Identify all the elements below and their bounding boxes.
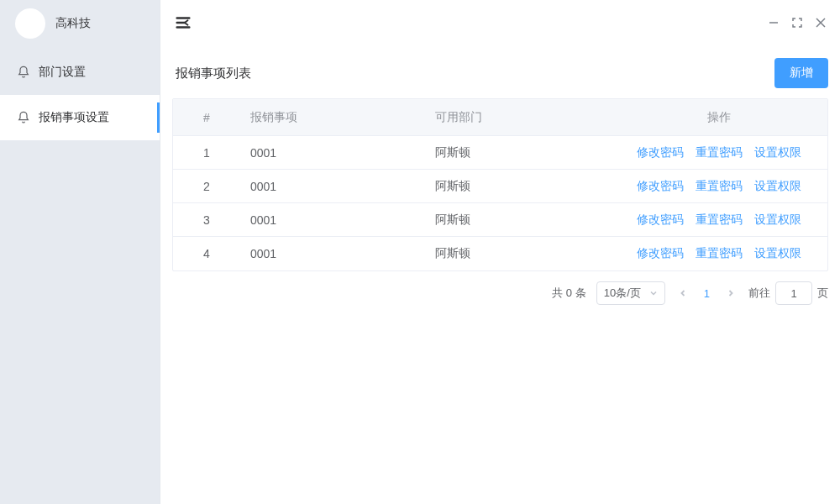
table-row: 30001阿斯顿修改密码重置密码设置权限 [173,203,827,237]
cell-name: 0001 [240,146,425,160]
jump-suffix: 页 [817,286,828,301]
cell-index: 3 [173,213,240,227]
action-reset-password[interactable]: 重置密码 [696,213,743,228]
action-set-permission[interactable]: 设置权限 [754,213,801,228]
content: 报销事项列表 新增 # 报销事项 可用部门 操作 10001阿斯顿修改密码重置密… [160,46,840,504]
action-modify-password[interactable]: 修改密码 [637,179,684,194]
cell-dept: 阿斯顿 [425,145,610,160]
col-name: 报销事项 [240,110,425,125]
action-set-permission[interactable]: 设置权限 [754,145,801,160]
add-button[interactable]: 新增 [774,58,828,88]
sidebar-item-label: 部门设置 [39,65,86,80]
brand-name: 高科技 [55,16,91,31]
minimize-icon[interactable] [768,17,780,29]
pager: 1 [675,286,738,302]
table-row: 10001阿斯顿修改密码重置密码设置权限 [173,136,827,170]
cell-dept: 阿斯顿 [425,213,610,228]
table-row: 20001阿斯顿修改密码重置密码设置权限 [173,170,827,203]
col-index: # [173,111,240,124]
action-modify-password[interactable]: 修改密码 [637,145,684,160]
maximize-icon[interactable] [791,17,803,29]
bell-icon [17,111,30,124]
sidebar-item-reimburse[interactable]: 报销事项设置 [0,95,160,140]
cell-index: 4 [173,247,240,260]
cell-index: 2 [173,180,240,193]
sidebar-nav: 部门设置 报销事项设置 [0,46,160,140]
table: # 报销事项 可用部门 操作 10001阿斯顿修改密码重置密码设置权限20001… [172,98,828,271]
close-icon[interactable] [815,17,827,29]
cell-ops: 修改密码重置密码设置权限 [610,145,827,160]
chevron-down-icon [649,289,658,297]
cell-index: 1 [173,146,240,160]
card-header: 报销事项列表 新增 [172,58,828,88]
cell-ops: 修改密码重置密码设置权限 [610,246,827,261]
action-set-permission[interactable]: 设置权限 [754,246,801,261]
action-modify-password[interactable]: 修改密码 [637,213,684,228]
col-dept: 可用部门 [425,110,610,125]
table-row: 40001阿斯顿修改密码重置密码设置权限 [173,237,827,270]
window-controls [768,17,827,29]
jump-input[interactable] [775,281,812,305]
cell-name: 0001 [240,180,425,193]
action-reset-password[interactable]: 重置密码 [696,145,743,160]
table-header: # 报销事项 可用部门 操作 [173,99,827,136]
cell-dept: 阿斯顿 [425,246,610,261]
action-modify-password[interactable]: 修改密码 [637,246,684,261]
cell-name: 0001 [240,247,425,260]
table-body: 10001阿斯顿修改密码重置密码设置权限20001阿斯顿修改密码重置密码设置权限… [173,136,827,270]
jump-prefix: 前往 [748,286,770,301]
topbar [160,0,840,46]
cell-ops: 修改密码重置密码设置权限 [610,213,827,228]
bell-icon [17,66,30,79]
action-reset-password[interactable]: 重置密码 [696,179,743,194]
page-title: 报销事项列表 [172,66,251,81]
sidebar-item-label: 报销事项设置 [39,110,109,125]
avatar [15,8,45,39]
cell-dept: 阿斯顿 [425,179,610,194]
col-ops: 操作 [610,110,827,125]
page-size-select[interactable]: 10条/页 [596,281,665,305]
main: 报销事项列表 新增 # 报销事项 可用部门 操作 10001阿斯顿修改密码重置密… [160,0,840,504]
action-set-permission[interactable]: 设置权限 [754,179,801,194]
sidebar-header: 高科技 [0,0,160,46]
cell-ops: 修改密码重置密码设置权限 [610,179,827,194]
pagination-total: 共 0 条 [552,286,585,301]
menu-toggle-icon[interactable] [171,10,196,35]
next-page-icon[interactable] [723,287,738,299]
page-size-label: 10条/页 [604,286,641,301]
cell-name: 0001 [240,213,425,227]
prev-page-icon[interactable] [675,287,690,299]
sidebar-item-department[interactable]: 部门设置 [0,50,160,95]
page-jump: 前往 页 [748,281,828,305]
action-reset-password[interactable]: 重置密码 [696,246,743,261]
page-number[interactable]: 1 [699,286,715,302]
pagination: 共 0 条 10条/页 1 前往 [172,281,828,305]
sidebar: 高科技 部门设置 报销事项设置 [0,0,160,504]
